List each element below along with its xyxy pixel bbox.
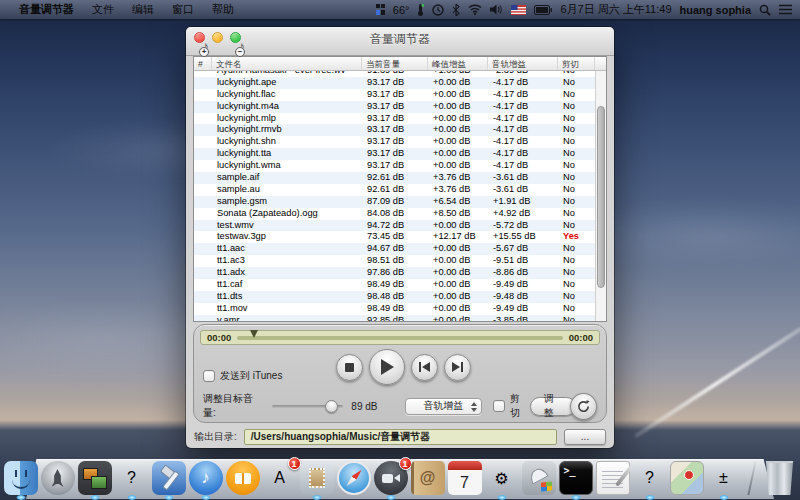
table-row[interactable]: Sonata (Zapateado).ogg84.08 dB+8.50 dB+4… [194,208,595,220]
us-flag-icon[interactable] [511,5,526,15]
dock-contacts-icon[interactable]: @ [411,461,445,495]
table-row[interactable]: sample.au92.61 dB+3.76 dB-3.61 dBNo [194,184,595,196]
dock-system-preferences-icon[interactable]: ⚙ [485,461,519,495]
add-track-icon[interactable]: ♪+ [202,39,220,55]
previous-button[interactable] [411,354,438,381]
column-header-track[interactable]: 音轨增益 [488,57,558,70]
dock-terminal-icon[interactable]: >_ [559,461,593,495]
contrail [634,322,800,439]
output-dir-field[interactable]: /Users/huangsophia/Music/音量调节器 [244,429,557,445]
table-row[interactable]: luckynight.rmvb93.17 dB+0.00 dB-4.17 dBN… [194,124,595,136]
table-row[interactable]: luckynight.wma93.17 dB+0.00 dB-4.17 dBNo [194,160,595,172]
file-table: # 文件名 当前音量 峰值增益 音轨增益 剪切 Ayumi Hamasaki -… [193,56,607,322]
table-row[interactable]: tt1.mov98.49 dB+0.00 dB-9.49 dBNo [194,303,595,315]
menu-item-4[interactable]: 帮助 [203,0,243,19]
meter-icon[interactable] [376,4,385,15]
table-row[interactable]: luckynight.ape93.17 dB+0.00 dB-4.17 dBNo [194,77,595,89]
table-row[interactable]: luckynight.m4a93.17 dB+0.00 dB-4.17 dBNo [194,101,595,113]
cell-peak-gain: +0.00 dB [428,101,488,113]
table-row[interactable]: tt1.aac94.67 dB+0.00 dB-5.67 dBNo [194,243,595,255]
cell-peak-gain: +0.00 dB [428,136,488,148]
volume-menu-icon[interactable] [490,4,503,15]
wifi-icon[interactable] [468,4,482,15]
vertical-scrollbar[interactable] [595,71,606,321]
menu-item-0[interactable]: 音量调节器 [10,0,83,19]
menu-item-1[interactable]: 文件 [83,0,123,19]
select-arrows-icon [471,402,477,412]
cell-track-gain: -3.61 dB [488,184,558,196]
send-to-itunes-checkbox[interactable]: 发送到 iTunes [203,369,282,383]
dock-launchpad-icon[interactable] [41,461,75,495]
cell-num [194,303,212,315]
checkbox-box[interactable] [203,370,215,382]
playback-progress[interactable]: 00:00 00:00 [200,330,600,345]
dock-calendar-icon[interactable]: 7 [448,461,482,495]
dock-maps-icon[interactable] [670,461,704,495]
dock-missing-2-icon[interactable]: ? [633,461,667,495]
toolbar: ♪+ ♪− [202,39,256,55]
time-elapsed: 00:00 [201,332,237,343]
table-row[interactable]: luckynight.mlp93.17 dB+0.00 dB-4.17 dBNo [194,113,595,125]
column-header-name[interactable]: 文件名 [212,57,362,70]
table-row[interactable]: sample.aif92.61 dB+3.76 dB-3.61 dBNo [194,172,595,184]
dock-missing-1-icon[interactable]: ? [115,461,149,495]
table-row[interactable]: luckynight.shn93.17 dB+0.00 dB-4.17 dBNo [194,136,595,148]
dock-trash-icon[interactable] [763,461,797,495]
dock-safari-icon[interactable] [337,461,371,495]
table-row[interactable]: sample.gsm87.09 dB+6.54 dB+1.91 dBNo [194,196,595,208]
target-volume-slider[interactable] [272,405,343,408]
bluetooth-icon[interactable] [452,4,460,16]
menu-item-2[interactable]: 编辑 [123,0,163,19]
column-header-peak[interactable]: 峰值增益 [428,57,488,70]
dock-xcode-icon[interactable] [152,461,186,495]
table-row[interactable]: tt1.ac398.51 dB+0.00 dB-9.51 dBNo [194,255,595,267]
dock-facetime-icon[interactable]: 1 [374,461,408,495]
table-row[interactable]: tt1.caf98.49 dB+0.00 dB-9.49 dBNo [194,279,595,291]
progress-marker[interactable] [250,330,258,338]
dock-app-store-icon[interactable]: A1 [263,461,297,495]
stop-button[interactable] [336,354,363,381]
column-header-num[interactable]: # [194,57,212,70]
checkbox-box[interactable] [493,400,505,412]
menu-item-3[interactable]: 窗口 [163,0,203,19]
dock-grab-icon[interactable] [78,461,112,495]
table-row[interactable]: tt1.dts98.48 dB+0.00 dB-9.48 dBNo [194,291,595,303]
play-button[interactable] [369,349,405,385]
cell-num [194,196,212,208]
dock-itunes-icon[interactable]: ♪ [189,461,223,495]
table-row[interactable]: luckynight.tta93.17 dB+0.00 dB-4.17 dBNo [194,148,595,160]
column-header-clip[interactable]: 剪切 [558,57,595,70]
adjust-button[interactable]: 调整 [530,397,577,416]
cell-peak-gain: +0.00 dB [428,89,488,101]
dock-mail-icon[interactable] [300,461,334,495]
next-button[interactable] [444,354,471,381]
table-row[interactable]: v.amr92.85 dB+0.00 dB-3.85 dBNo [194,315,595,321]
gain-mode-select[interactable]: 音轨增益 [405,398,482,415]
menu-bar-clock[interactable]: 6月7日 周六 上午11:49 [560,2,671,17]
thermometer-icon[interactable] [417,4,424,16]
temperature-label[interactable]: 66° [393,4,410,16]
dock-volume-adjuster-icon[interactable]: ± [707,461,741,495]
browse-button[interactable]: ... [564,429,606,445]
clock-icon[interactable] [432,4,444,16]
notification-center-icon[interactable] [779,4,792,15]
column-header-volume[interactable]: 当前音量 [362,57,428,70]
clip-checkbox[interactable]: 剪切 [493,392,530,420]
scrollbar-thumb[interactable] [597,106,605,288]
remove-track-icon[interactable]: ♪− [238,39,256,55]
dock-ibooks-icon[interactable] [226,461,260,495]
spotlight-icon[interactable] [759,4,771,16]
adjust-run-button[interactable] [570,393,597,420]
slider-knob[interactable] [325,400,338,413]
table-row[interactable]: luckynight.flac93.17 dB+0.00 dB-4.17 dBN… [194,89,595,101]
cell-peak-gain: +8.50 dB [428,208,488,220]
table-row[interactable]: tt1.adx97.86 dB+0.00 dB-8.86 dBNo [194,267,595,279]
fast-user-switch-menu[interactable]: huang sophia [680,4,752,16]
table-row[interactable]: test.wmv94.72 dB+0.00 dB-5.72 dBNo [194,220,595,232]
battery-icon[interactable] [534,5,552,15]
dock-textedit-icon[interactable] [596,461,630,495]
progress-track[interactable] [237,336,562,340]
dock-finder-icon[interactable] [4,461,38,495]
dock-x11-icon[interactable] [522,461,556,495]
table-row[interactable]: testwav.3gp73.45 dB+12.17 dB+15.55 dBYes [194,231,595,243]
